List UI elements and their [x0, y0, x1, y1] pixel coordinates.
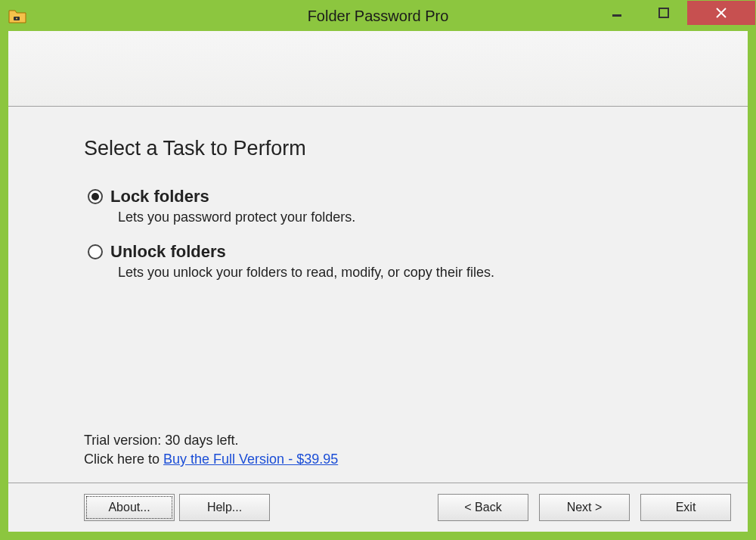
window-controls — [593, 1, 755, 25]
client-area: Select a Task to Perform Lock folders Le… — [8, 31, 748, 532]
page-heading: Select a Task to Perform — [84, 137, 672, 160]
banner-area — [8, 31, 748, 107]
trial-status: Trial version: 30 days left. — [84, 433, 672, 448]
minimize-button[interactable] — [593, 1, 640, 25]
svg-rect-2 — [612, 14, 621, 17]
nav-button-group: < Back Next > Exit — [438, 494, 731, 521]
buy-prefix: Click here to — [84, 452, 163, 467]
back-button[interactable]: < Back — [438, 494, 528, 521]
option-unlock: Unlock folders Lets you unlock your fold… — [84, 242, 672, 281]
buy-row: Click here to Buy the Full Version - $39… — [84, 452, 672, 467]
close-button[interactable] — [687, 1, 755, 25]
svg-rect-3 — [659, 8, 668, 17]
svg-point-1 — [16, 18, 17, 20]
option-label: Lock folders — [110, 187, 209, 206]
app-window: Folder Password Pro Select a Task to Per… — [0, 0, 756, 540]
window-title: Folder Password Pro — [308, 8, 449, 25]
maximize-button[interactable] — [640, 1, 687, 25]
content-area: Select a Task to Perform Lock folders Le… — [8, 107, 748, 483]
radio-lock-folders[interactable]: Lock folders — [88, 187, 672, 206]
help-button[interactable]: Help... — [179, 494, 270, 521]
buy-full-version-link[interactable]: Buy the Full Version - $39.95 — [163, 452, 338, 467]
radio-unlock-folders[interactable]: Unlock folders — [88, 242, 672, 262]
radio-icon — [88, 189, 103, 204]
option-label: Unlock folders — [110, 242, 226, 262]
exit-button[interactable]: Exit — [640, 494, 731, 521]
next-button[interactable]: Next > — [539, 494, 630, 521]
option-lock: Lock folders Lets you password protect y… — [84, 187, 672, 225]
option-description: Lets you password protect your folders. — [88, 209, 672, 225]
spacer — [84, 297, 672, 433]
app-icon — [8, 8, 26, 23]
button-bar: About... Help... < Back Next > Exit — [8, 483, 748, 532]
about-button[interactable]: About... — [84, 494, 175, 521]
titlebar: Folder Password Pro — [1, 1, 755, 31]
option-description: Lets you unlock your folders to read, mo… — [88, 265, 672, 281]
radio-icon — [88, 244, 103, 259]
